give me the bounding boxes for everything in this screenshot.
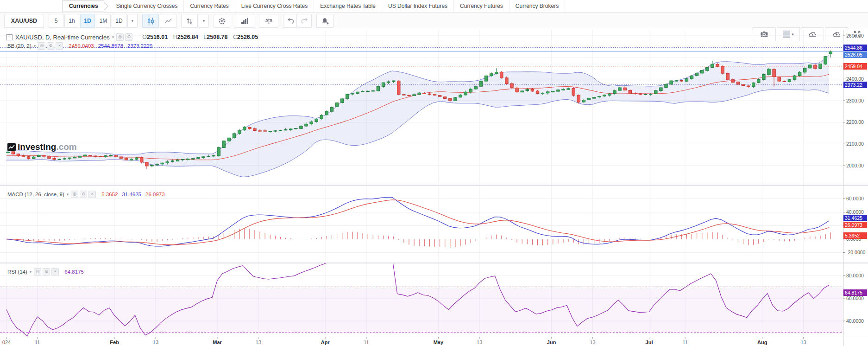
indicator-close-button[interactable]: ×: [56, 42, 63, 50]
open-value: 2516.01: [147, 34, 168, 40]
indicator-close-button[interactable]: ×: [51, 268, 59, 276]
brand-suffix: .com: [56, 142, 76, 152]
price-axis[interactable]: [843, 30, 868, 337]
brand-watermark: Investing.com: [7, 142, 77, 152]
brand-logo-icon: [7, 143, 16, 151]
rsi-indicator-legend: RSI (14) ▾ ◎ ⊙ × 64.8175: [7, 268, 84, 276]
open-label: O: [142, 34, 147, 40]
indicator-eye-button[interactable]: ◎: [71, 191, 78, 198]
indicator-eye-button[interactable]: ◎: [38, 42, 45, 50]
macd-signal-value: 26.0973: [145, 192, 165, 197]
chevron-down-icon[interactable]: ▾: [34, 44, 36, 48]
indicator-eye-button[interactable]: ◎: [34, 268, 41, 276]
time-axis[interactable]: [0, 337, 843, 346]
macd-legend-title[interactable]: MACD (12, 26, close, 9): [7, 192, 64, 197]
bb-lower-value: 2373.2229: [127, 43, 152, 49]
bb-middle-value: 2459.0403: [69, 43, 94, 49]
bb-legend-title[interactable]: BB (20, 2): [7, 43, 31, 49]
high-label: H: [173, 34, 177, 40]
pane-divider-rsi[interactable]: [0, 262, 843, 264]
bb-upper-value: 2544.8578: [98, 43, 123, 49]
indicator-close-button[interactable]: ×: [88, 191, 96, 198]
indicator-settings-button[interactable]: ⊙: [47, 42, 54, 50]
bb-indicator-legend: BB (20, 2) ▾ ◎ ⊙ × 2459.0403 2544.8578 2…: [7, 42, 152, 50]
chart-canvas[interactable]: [0, 0, 868, 346]
chevron-down-icon[interactable]: ▾: [30, 269, 32, 274]
close-label: C: [233, 34, 237, 40]
macd-line-value: 31.4625: [122, 192, 141, 197]
symbol-legend-title[interactable]: XAU/USD, D, Real-time Currencies: [15, 34, 110, 41]
rsi-legend-title[interactable]: RSI (14): [7, 269, 27, 275]
indicator-settings-button[interactable]: ⊙: [43, 268, 50, 276]
high-value: 2526.84: [177, 34, 198, 40]
macd-indicator-legend: MACD (12, 26, close, 9) ▾ ◎ ⊙ × 5.3652 3…: [7, 191, 165, 198]
indicator-settings-button[interactable]: ⊙: [80, 191, 87, 198]
brand-name: Investing: [18, 142, 56, 152]
main-symbol-legend: − XAU/USD, D, Real-time Currencies ▾ ◎ ⊙…: [6, 33, 258, 41]
rsi-value: 64.8175: [64, 269, 84, 275]
legend-settings-button[interactable]: ⊙: [125, 33, 132, 41]
price-pane: [0, 48, 843, 177]
macd-pane: [6, 197, 830, 248]
legend-eye-button[interactable]: ◎: [116, 33, 124, 41]
pane-divider-macd[interactable]: [0, 184, 843, 187]
rsi-pane: [0, 257, 843, 336]
chevron-down-icon[interactable]: ▾: [112, 35, 114, 39]
close-value: 2526.05: [237, 34, 258, 40]
ohlc-values: O2516.01 H2526.84 L2508.78 C2526.05: [138, 34, 258, 40]
macd-hist-value: 5.3652: [101, 192, 118, 197]
chevron-down-icon[interactable]: ▾: [67, 192, 69, 197]
nav-tab-currencies[interactable]: Currencies: [63, 0, 104, 12]
low-value: 2508.78: [207, 34, 227, 40]
collapse-pane-icon[interactable]: −: [6, 34, 13, 40]
